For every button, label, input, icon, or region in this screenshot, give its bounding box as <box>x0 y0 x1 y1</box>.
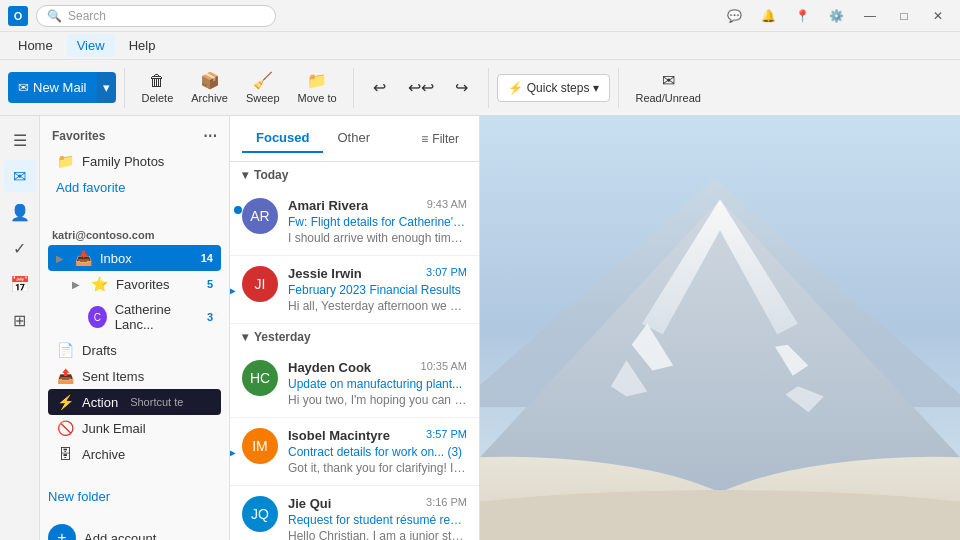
folder-junk[interactable]: 🚫 Junk Email <box>48 415 221 441</box>
nav-tasks[interactable]: ✓ <box>4 232 36 264</box>
avatar-isobel: IM <box>242 428 278 464</box>
archive-folder-icon: 🗄 <box>56 446 74 462</box>
account-header: katri@contoso.com <box>48 225 221 245</box>
close-button[interactable]: ✕ <box>924 2 952 30</box>
email-meta-4: Isobel Macintyre 3:57 PM <box>288 428 467 443</box>
yesterday-label: Yesterday <box>254 330 311 344</box>
mountain-svg <box>480 116 960 540</box>
email-content-2: Jessie Irwin 3:07 PM February 2023 Finan… <box>288 266 467 313</box>
archive-button[interactable]: 📦 Archive <box>183 67 236 108</box>
expand-arrow-4[interactable]: ▶ <box>230 446 236 457</box>
sweep-button[interactable]: 🧹 Sweep <box>238 67 288 108</box>
reply-icon: ↩ <box>373 78 386 97</box>
expand-arrow-2[interactable]: ▶ <box>230 284 236 295</box>
email-tabs: Focused Other <box>242 124 384 153</box>
add-favorite-button[interactable]: Add favorite <box>48 174 221 201</box>
menu-bar: Home View Help <box>0 32 960 60</box>
email-preview-5: Hello Christian, I am a junior studying … <box>288 529 467 540</box>
tab-other[interactable]: Other <box>323 124 384 153</box>
move-to-button[interactable]: 📁 Move to <box>290 67 345 108</box>
favorites-badge: 5 <box>207 278 213 290</box>
email-content-1: Amari Rivera 9:43 AM Fw: Flight details … <box>288 198 467 245</box>
menu-help[interactable]: Help <box>119 34 166 57</box>
email-time-5: 3:16 PM <box>426 496 467 508</box>
content-panel <box>480 116 960 540</box>
settings-icon[interactable]: ⚙️ <box>822 2 850 30</box>
delete-icon: 🗑 <box>149 72 165 90</box>
delete-button[interactable]: 🗑 Delete <box>133 68 181 108</box>
collapse-today-icon[interactable]: ▾ <box>242 168 248 182</box>
folder-catherine[interactable]: C Catherine Lanc... 3 <box>48 297 221 337</box>
search-icon: 🔍 <box>47 9 62 23</box>
avatar-jessie: JI <box>242 266 278 302</box>
filter-button[interactable]: ≡ Filter <box>413 128 467 150</box>
folder-archive[interactable]: 🗄 Archive <box>48 441 221 467</box>
maximize-button[interactable]: □ <box>890 2 918 30</box>
sweep-icon: 🧹 <box>253 71 273 90</box>
email-item-3[interactable]: HC Hayden Cook 10:35 AM Update on manufa… <box>230 350 479 418</box>
tab-focused[interactable]: Focused <box>242 124 323 153</box>
add-account-icon: + <box>48 524 76 540</box>
new-mail-dropdown[interactable]: ▾ <box>96 72 116 103</box>
email-subject-5: Request for student résumé review <box>288 513 467 527</box>
reply-all-button[interactable]: ↩↩ <box>400 74 442 101</box>
inbox-chevron: ▶ <box>56 253 64 264</box>
favorites-chevron: ▶ <box>72 279 80 290</box>
email-item-4[interactable]: ▶ IM Isobel Macintyre 3:57 PM Contract d… <box>230 418 479 486</box>
nav-mail[interactable]: ✉ <box>4 160 36 192</box>
quick-steps-button[interactable]: ⚡ Quick steps ▾ <box>497 74 611 102</box>
folder-family-photos[interactable]: 📁 Family Photos <box>48 148 221 174</box>
title-bar-right: 💬 🔔 📍 ⚙️ — □ ✕ <box>720 2 952 30</box>
add-account-button[interactable]: + Add account <box>40 518 229 540</box>
ribbon-group-respond: ↩ ↩↩ ↪ <box>362 74 480 101</box>
menu-home[interactable]: Home <box>8 34 63 57</box>
email-preview-1: I should arrive with enough time to atte… <box>288 231 467 245</box>
main-content: ☰ ✉ 👤 ✓ 📅 ⊞ Favorites ⋯ 📁 Family Photos … <box>0 116 960 540</box>
minimize-button[interactable]: — <box>856 2 884 30</box>
title-bar-left: O 🔍 Search <box>8 5 276 27</box>
email-item-2[interactable]: ▶ JI Jessie Irwin 3:07 PM February 2023 … <box>230 256 479 324</box>
sweep-label: Sweep <box>246 92 280 104</box>
folder-inbox[interactable]: ▶ 📥 Inbox 14 <box>48 245 221 271</box>
search-bar[interactable]: 🔍 Search <box>36 5 276 27</box>
email-item-1[interactable]: AR Amari Rivera 9:43 AM Fw: Flight detai… <box>230 188 479 256</box>
forward-button[interactable]: ↪ <box>444 74 480 101</box>
folder-drafts[interactable]: 📄 Drafts <box>48 337 221 363</box>
nav-apps[interactable]: ⊞ <box>4 304 36 336</box>
email-preview-3: Hi you two, I'm hoping you can help me <box>288 393 467 407</box>
chat-icon[interactable]: 💬 <box>720 2 748 30</box>
email-time-2: 3:07 PM <box>426 266 467 278</box>
location-icon[interactable]: 📍 <box>788 2 816 30</box>
new-mail-icon: ✉ <box>18 80 29 95</box>
read-unread-button[interactable]: ✉ Read/Unread <box>627 67 708 108</box>
folder-sent[interactable]: 📤 Sent Items <box>48 363 221 389</box>
favorites-header: Favorites ⋯ <box>48 124 221 148</box>
email-list-header: Focused Other ≡ Filter <box>230 116 479 162</box>
collapse-yesterday-icon[interactable]: ▾ <box>242 330 248 344</box>
email-meta-3: Hayden Cook 10:35 AM <box>288 360 467 375</box>
inbox-label: Inbox <box>100 251 132 266</box>
favorites-options-icon[interactable]: ⋯ <box>203 128 217 144</box>
new-mail-split[interactable]: ✉ New Mail ▾ <box>8 72 116 103</box>
nav-people[interactable]: 👤 <box>4 196 36 228</box>
folder-action[interactable]: ⚡ Action Shortcut te <box>48 389 221 415</box>
new-mail-button[interactable]: ✉ New Mail <box>8 72 96 103</box>
email-subject-2: February 2023 Financial Results <box>288 283 467 297</box>
nav-hamburger[interactable]: ☰ <box>4 124 36 156</box>
menu-view[interactable]: View <box>67 34 115 57</box>
new-folder-button[interactable]: New folder <box>40 483 229 510</box>
email-item-5[interactable]: JQ Jie Qui 3:16 PM Request for student r… <box>230 486 479 540</box>
reply-button[interactable]: ↩ <box>362 74 398 101</box>
email-content-3: Hayden Cook 10:35 AM Update on manufactu… <box>288 360 467 407</box>
folder-panel: Favorites ⋯ 📁 Family Photos Add favorite… <box>40 116 230 540</box>
mountain-background <box>480 116 960 540</box>
drafts-icon: 📄 <box>56 342 74 358</box>
nav-calendar[interactable]: 📅 <box>4 268 36 300</box>
star-icon: ⭐ <box>90 276 108 292</box>
read-icon: ✉ <box>662 71 675 90</box>
catherine-label: Catherine Lanc... <box>115 302 199 332</box>
unread-indicator <box>234 206 242 214</box>
folder-favorites[interactable]: ▶ ⭐ Favorites 5 <box>48 271 221 297</box>
action-icon: ⚡ <box>56 394 74 410</box>
bell-icon[interactable]: 🔔 <box>754 2 782 30</box>
